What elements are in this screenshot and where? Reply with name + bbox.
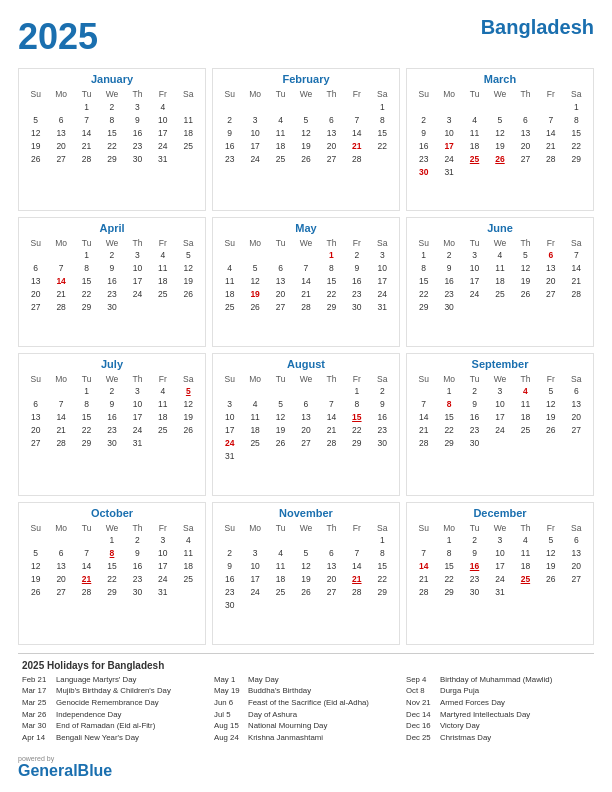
list-item: Sep 4Birthday of Muhammad (Mawlid)	[406, 675, 590, 685]
day-header: Sa	[564, 237, 589, 249]
day-header: Su	[23, 522, 48, 534]
calendar-day: 23	[462, 424, 487, 437]
calendar-day: 9	[462, 547, 487, 560]
calendar-day: 4	[513, 534, 538, 547]
calendar-day: 20	[48, 573, 73, 586]
calendar-day: 5	[293, 113, 318, 126]
calendar-day: 2	[99, 100, 124, 113]
calendar-day: 25	[150, 424, 175, 437]
calendar-day: 1	[74, 385, 99, 398]
calendar-day	[242, 100, 267, 113]
month-name: May	[217, 222, 395, 234]
calendar-day: 26	[293, 152, 318, 165]
calendar-day: 7	[74, 113, 99, 126]
calendar-day	[74, 534, 99, 547]
month-name: February	[217, 73, 395, 85]
calendar-day: 27	[538, 288, 563, 301]
calendar-day: 13	[23, 275, 48, 288]
calendar-day: 14	[293, 275, 318, 288]
holiday-date: Aug 15	[214, 721, 244, 731]
calendar-day: 1	[370, 100, 395, 113]
calendar-day: 7	[411, 547, 436, 560]
calendar-day: 1	[411, 249, 436, 262]
month-block-october: OctoberSuMoTuWeThFrSa1234567891011121314…	[18, 502, 206, 645]
list-item: May 1May Day	[214, 675, 398, 685]
month-block-april: AprilSuMoTuWeThFrSa123456789101112131415…	[18, 217, 206, 347]
day-header: Sa	[370, 237, 395, 249]
calendar-day	[564, 437, 589, 450]
calendar-day: 29	[436, 586, 461, 599]
calendar-day: 22	[411, 288, 436, 301]
calendar-day: 27	[319, 586, 344, 599]
calendar-day: 11	[176, 113, 201, 126]
list-item: Mar 17Mujib's Birthday & Children's Day	[22, 686, 206, 696]
calendar-day: 17	[150, 126, 175, 139]
calendar-day: 3	[242, 113, 267, 126]
holiday-date: Mar 25	[22, 698, 52, 708]
month-name: November	[217, 507, 395, 519]
calendar-day: 9	[125, 547, 150, 560]
list-item: Oct 8Durga Puja	[406, 686, 590, 696]
calendar-day	[293, 100, 318, 113]
calendar-day: 24	[487, 424, 512, 437]
calendar-day: 7	[564, 249, 589, 262]
holidays-grid: Feb 21Language Martyrs' DayMar 17Mujib's…	[22, 675, 590, 743]
calendar-day: 16	[99, 275, 124, 288]
calendar-day: 28	[319, 437, 344, 450]
day-header: Sa	[370, 88, 395, 100]
day-header: Th	[513, 237, 538, 249]
calendar-day: 23	[411, 152, 436, 165]
calendar-day: 17	[217, 424, 242, 437]
day-header: Mo	[436, 88, 461, 100]
calendar-day: 28	[48, 437, 73, 450]
calendar-day: 14	[74, 560, 99, 573]
day-header: Fr	[344, 237, 369, 249]
day-header: Mo	[48, 522, 73, 534]
calendar-day: 26	[513, 288, 538, 301]
day-header: We	[487, 522, 512, 534]
calendar-day: 28	[74, 152, 99, 165]
day-header: Sa	[564, 373, 589, 385]
calendar-day: 16	[411, 139, 436, 152]
calendar-day	[293, 249, 318, 262]
calendar-day: 7	[411, 398, 436, 411]
calendar-day: 8	[411, 262, 436, 275]
calendar-day: 18	[217, 288, 242, 301]
list-item: Aug 15National Mourning Day	[214, 721, 398, 731]
calendar-day: 5	[242, 262, 267, 275]
day-header: Su	[217, 237, 242, 249]
calendar-day: 20	[48, 139, 73, 152]
month-name: June	[411, 222, 589, 234]
calendar-day: 13	[48, 560, 73, 573]
day-header: Th	[125, 88, 150, 100]
calendar-day: 20	[23, 288, 48, 301]
country-title: Bangladesh	[481, 16, 594, 39]
holidays-title: 2025 Holidays for Bangladesh	[22, 660, 590, 671]
calendar-day: 16	[462, 411, 487, 424]
calendar-day: 8	[74, 262, 99, 275]
calendar-day: 9	[125, 113, 150, 126]
day-header: Su	[217, 88, 242, 100]
calendar-day: 12	[538, 398, 563, 411]
calendar-day	[242, 450, 267, 463]
day-header: Fr	[150, 237, 175, 249]
day-header: We	[487, 373, 512, 385]
calendar-day	[217, 100, 242, 113]
month-block-march: MarchSuMoTuWeThFrSa123456789101112131415…	[406, 68, 594, 211]
calendar-day: 4	[150, 385, 175, 398]
list-item: Aug 24Krishna Janmashtami	[214, 733, 398, 743]
day-header: Mo	[48, 373, 73, 385]
calendar-day	[293, 385, 318, 398]
calendar-day: 20	[538, 275, 563, 288]
holiday-name: Durga Puja	[440, 686, 479, 696]
day-header: Tu	[74, 88, 99, 100]
calendar-day: 3	[242, 547, 267, 560]
holiday-name: Independence Day	[56, 710, 121, 720]
calendar-day: 30	[411, 165, 436, 178]
calendar-day: 6	[23, 262, 48, 275]
calendar-day: 21	[48, 424, 73, 437]
holiday-date: Jul 5	[214, 710, 244, 720]
calendar-day: 13	[513, 126, 538, 139]
day-header: Su	[411, 237, 436, 249]
calendar-day	[176, 301, 201, 314]
